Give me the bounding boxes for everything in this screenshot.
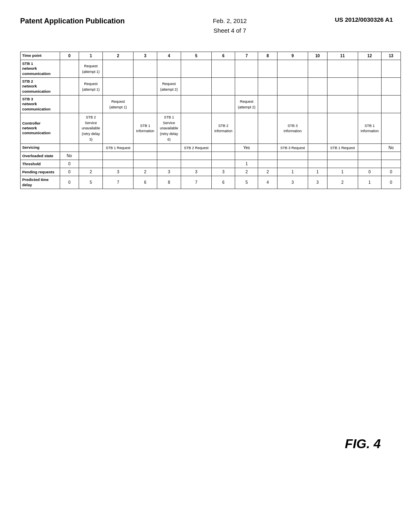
cell-pr-5: 3 <box>181 168 211 176</box>
cell-thr-12 <box>358 160 382 168</box>
cell-stb3-9 <box>277 96 308 113</box>
cell-pr-10: 1 <box>308 168 327 176</box>
cell-pt-5: 7 <box>181 176 211 189</box>
cell-svc-1 <box>79 143 103 152</box>
table-row: Pending requests 0 2 3 2 3 3 3 2 2 1 1 1… <box>21 168 401 176</box>
cell-pr-2: 3 <box>103 168 133 176</box>
cell-ctrl-2 <box>103 113 133 143</box>
cell-pt-9: 3 <box>277 176 308 189</box>
col-header-1: 1 <box>79 52 103 60</box>
cell-svc-2: STB 1 Request <box>103 143 133 152</box>
cell-svc-5: STB 2 Request <box>181 143 211 152</box>
cell-stb2-12 <box>358 78 382 96</box>
cell-svc-0 <box>60 143 79 152</box>
cell-svc-6 <box>211 143 235 152</box>
cell-pt-4: 8 <box>157 176 181 189</box>
cell-pt-11: 2 <box>327 176 358 189</box>
cell-svc-11: STB 1 Request <box>327 143 358 152</box>
cell-pt-6: 6 <box>211 176 235 189</box>
cell-thr-10 <box>308 160 327 168</box>
table-header-row: Time point 0 1 2 3 4 5 6 7 8 9 10 11 12 … <box>21 52 401 60</box>
cell-stb2-0 <box>60 78 79 96</box>
col-header-2: 2 <box>103 52 133 60</box>
cell-pt-3: 6 <box>133 176 157 189</box>
col-header-13: 13 <box>382 52 401 60</box>
cell-ctrl-9: STB 3Information <box>277 113 308 143</box>
table-row: STB 1networkcommunication Request(attemp… <box>21 60 401 78</box>
cell-thr-5 <box>181 160 211 168</box>
table-row: Servicing STB 1 Request STB 2 Request Ye… <box>21 143 401 152</box>
cell-thr-2 <box>103 160 133 168</box>
col-header-7: 7 <box>235 52 258 60</box>
col-header-3: 3 <box>133 52 157 60</box>
cell-ovld-7 <box>235 152 258 160</box>
cell-ovld-10 <box>308 152 327 160</box>
col-header-4: 4 <box>157 52 181 60</box>
row-label-stb2-network: STB 2networkcommunication <box>21 78 60 96</box>
cell-stb3-8 <box>258 96 277 113</box>
col-header-12: 12 <box>358 52 382 60</box>
cell-stb2-13 <box>382 78 401 96</box>
cell-stb1-13 <box>382 60 401 78</box>
cell-stb3-0 <box>60 96 79 113</box>
cell-ovld-8 <box>258 152 277 160</box>
cell-ovld-13 <box>382 152 401 160</box>
table-row: Threshold 0 1 <box>21 160 401 168</box>
cell-thr-11 <box>327 160 358 168</box>
cell-stb1-5 <box>181 60 211 78</box>
cell-stb3-2: Request(attempt 1) <box>103 96 133 113</box>
cell-svc-3 <box>133 143 157 152</box>
table-row: Overloaded state No <box>21 152 401 160</box>
cell-stb3-1 <box>79 96 103 113</box>
cell-pr-7: 2 <box>235 168 258 176</box>
cell-stb2-10 <box>308 78 327 96</box>
cell-svc-12 <box>358 143 382 152</box>
cell-thr-9 <box>277 160 308 168</box>
publication-date: Feb. 2, 2012 <box>213 17 247 24</box>
cell-ovld-4 <box>157 152 181 160</box>
cell-ovld-6 <box>211 152 235 160</box>
col-header-5: 5 <box>181 52 211 60</box>
cell-stb1-10 <box>308 60 327 78</box>
cell-stb1-7 <box>235 60 258 78</box>
cell-stb2-6 <box>211 78 235 96</box>
row-label-threshold: Threshold <box>21 160 60 168</box>
cell-svc-10 <box>308 143 327 152</box>
table-row: STB 3networkcommunication Request(attemp… <box>21 96 401 113</box>
cell-ctrl-12: STB 1Information <box>358 113 382 143</box>
cell-pt-10: 3 <box>308 176 327 189</box>
cell-stb3-3 <box>133 96 157 113</box>
cell-ctrl-1: STB 2Serviceunavailable(retry delay3) <box>79 113 103 143</box>
cell-stb1-12 <box>358 60 382 78</box>
publication-title: Patent Application Publication <box>20 16 125 26</box>
col-header-0: 0 <box>60 52 79 60</box>
cell-stb2-8 <box>258 78 277 96</box>
row-label-stb1-network: STB 1networkcommunication <box>21 60 60 78</box>
cell-svc-9: STB 3 Request <box>277 143 308 152</box>
cell-stb1-6 <box>211 60 235 78</box>
cell-ctrl-4: STB 1Serviceunavailable(retry delay6) <box>157 113 181 143</box>
cell-thr-0: 0 <box>60 160 79 168</box>
row-label-servicing: Servicing <box>21 143 60 152</box>
cell-ctrl-6: STB 2Information <box>211 113 235 143</box>
row-label-overloaded: Overloaded state <box>21 152 60 160</box>
cell-pr-13: 0 <box>382 168 401 176</box>
cell-ovld-2 <box>103 152 133 160</box>
sheet-number: Sheet 4 of 7 <box>213 27 246 34</box>
cell-stb3-13 <box>382 96 401 113</box>
cell-pr-11: 1 <box>327 168 358 176</box>
page-header: Patent Application Publication Feb. 2, 2… <box>0 0 413 44</box>
row-label-stb3-network: STB 3networkcommunication <box>21 96 60 113</box>
cell-ctrl-8 <box>258 113 277 143</box>
cell-thr-13 <box>382 160 401 168</box>
cell-stb3-10 <box>308 96 327 113</box>
cell-stb1-2 <box>103 60 133 78</box>
cell-stb1-4 <box>157 60 181 78</box>
cell-ctrl-7 <box>235 113 258 143</box>
cell-thr-7: 1 <box>235 160 258 168</box>
cell-thr-4 <box>157 160 181 168</box>
col-header-8: 8 <box>258 52 277 60</box>
cell-svc-13: No <box>382 143 401 152</box>
cell-pr-4: 3 <box>157 168 181 176</box>
cell-ctrl-5 <box>181 113 211 143</box>
